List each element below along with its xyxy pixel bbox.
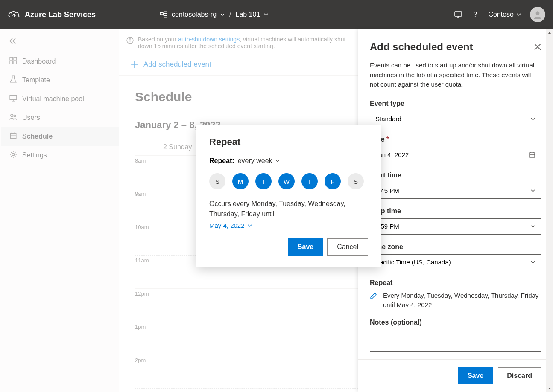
modal-actions: Save Cancel bbox=[209, 238, 368, 256]
stop-time-label: Stop time bbox=[370, 207, 541, 215]
tenant-dropdown[interactable]: Contoso bbox=[488, 11, 521, 18]
chevron-down-icon bbox=[530, 188, 535, 193]
info-bar: Based on your auto-shutdown settings, vi… bbox=[119, 29, 358, 54]
close-icon[interactable] bbox=[534, 44, 541, 50]
notes-textarea[interactable] bbox=[370, 330, 541, 352]
flask-icon bbox=[9, 75, 17, 85]
panel-title: Add scheduled event bbox=[370, 41, 473, 53]
repeat-summary-row: Every Monday, Tuesday, Wednesday, Thursd… bbox=[370, 291, 541, 310]
calendar-time-label: 2pm bbox=[135, 355, 163, 363]
calendar-row: 12pm bbox=[135, 289, 358, 322]
edit-icon[interactable] bbox=[370, 292, 377, 299]
day-toggle-2[interactable]: T bbox=[255, 173, 272, 189]
panel-discard-button[interactable]: Discard bbox=[498, 367, 541, 384]
calendar-icon bbox=[529, 151, 535, 158]
svg-point-14 bbox=[12, 153, 15, 156]
time-zone-label: Time zone bbox=[370, 243, 541, 251]
chevron-down-icon bbox=[530, 260, 535, 265]
date-field[interactable]: Jan 4, 2022 bbox=[370, 147, 541, 163]
sidebar-item-users[interactable]: Users bbox=[0, 108, 119, 127]
svg-rect-6 bbox=[10, 57, 13, 60]
topbar-right: Contoso bbox=[454, 7, 545, 22]
day-toggles: SMTWTFS bbox=[209, 173, 368, 189]
sidebar-item-label: Schedule bbox=[22, 133, 53, 140]
info-text: Based on your auto-shutdown settings, vi… bbox=[138, 36, 346, 49]
repeat-frequency-label: Repeat: bbox=[209, 157, 234, 165]
modal-save-button[interactable]: Save bbox=[288, 238, 323, 256]
gear-icon bbox=[9, 151, 17, 160]
resource-group-icon bbox=[160, 11, 167, 18]
monitor-icon bbox=[9, 94, 17, 104]
sidebar-item-label: Users bbox=[22, 114, 40, 122]
day-toggle-0[interactable]: S bbox=[209, 173, 225, 189]
calendar-time-label: 10am bbox=[135, 222, 163, 230]
chevron-down-icon bbox=[530, 224, 535, 229]
chevron-down-icon bbox=[247, 223, 252, 228]
sidebar-item-virtual-machine-pool[interactable]: Virtual machine pool bbox=[0, 90, 119, 108]
svg-rect-1 bbox=[164, 12, 167, 14]
person-icon bbox=[533, 10, 542, 19]
modal-cancel-button[interactable]: Cancel bbox=[327, 238, 368, 256]
svg-rect-8 bbox=[10, 61, 13, 64]
chevron-down-icon bbox=[530, 116, 535, 122]
repeat-frequency-dropdown[interactable]: every week bbox=[238, 157, 280, 165]
monitor-icon[interactable] bbox=[454, 10, 462, 19]
breadcrumb-resource-group[interactable]: contosolabs-rg bbox=[172, 11, 225, 18]
breadcrumb-lab[interactable]: Lab 101 bbox=[235, 11, 269, 18]
date-label: Date* bbox=[370, 136, 541, 143]
svg-point-11 bbox=[11, 114, 13, 117]
user-avatar[interactable] bbox=[530, 7, 545, 22]
collapse-sidebar-button[interactable] bbox=[0, 36, 119, 52]
calendar-time-label: 8am bbox=[135, 156, 163, 164]
svg-rect-3 bbox=[455, 12, 462, 16]
sidebar-item-label: Settings bbox=[22, 151, 47, 159]
day-toggle-4[interactable]: T bbox=[301, 173, 318, 189]
chevron-down-icon bbox=[516, 12, 521, 17]
panel-body: Events can be used to start up and/or sh… bbox=[358, 61, 553, 359]
brand-title: Azure Lab Services bbox=[25, 10, 96, 19]
time-zone-select[interactable]: Pacific Time (US, Canada) bbox=[370, 254, 541, 270]
calendar-time-label: 12pm bbox=[135, 289, 163, 297]
sidebar-item-schedule[interactable]: Schedule bbox=[0, 127, 119, 146]
calendar-time-label: 9am bbox=[135, 189, 163, 197]
scroll-down-icon[interactable] bbox=[546, 385, 553, 392]
sidebar-item-settings[interactable]: Settings bbox=[0, 146, 119, 165]
event-type-label: Event type bbox=[370, 100, 541, 107]
panel-footer: Save Discard bbox=[358, 359, 553, 392]
svg-rect-17 bbox=[530, 153, 535, 157]
start-time-select[interactable]: 1:45 PM bbox=[370, 183, 541, 199]
stop-time-select[interactable]: 2:59 PM bbox=[370, 218, 541, 235]
modal-title: Repeat bbox=[209, 136, 368, 148]
day-toggle-6[interactable]: S bbox=[348, 173, 364, 189]
scroll-up-icon[interactable] bbox=[546, 29, 553, 36]
svg-rect-7 bbox=[14, 57, 17, 60]
add-event-panel: Add scheduled event Events can be used t… bbox=[358, 29, 553, 392]
event-type-select[interactable]: Standard bbox=[370, 111, 541, 127]
calendar-row: 1pm bbox=[135, 322, 358, 355]
sidebar-items: DashboardTemplateVirtual machine poolUse… bbox=[0, 52, 119, 165]
brand-area: Azure Lab Services bbox=[8, 10, 96, 19]
sidebar-item-template[interactable]: Template bbox=[0, 71, 119, 90]
day-toggle-3[interactable]: W bbox=[278, 173, 295, 189]
day-toggle-5[interactable]: F bbox=[325, 173, 341, 189]
svg-point-5 bbox=[536, 11, 540, 15]
panel-save-button[interactable]: Save bbox=[458, 367, 493, 384]
panel-description: Events can be used to start up and/or sh… bbox=[370, 61, 541, 90]
repeat-frequency-row: Repeat: every week bbox=[209, 157, 368, 165]
add-scheduled-event-button[interactable]: Add scheduled event bbox=[119, 54, 358, 76]
auto-shutdown-link[interactable]: auto-shutdown settings bbox=[178, 36, 240, 43]
breadcrumb-separator: / bbox=[229, 11, 231, 18]
plus-icon bbox=[131, 61, 138, 68]
day-toggle-1[interactable]: M bbox=[232, 173, 249, 189]
schedule-heading: Schedule bbox=[119, 76, 358, 107]
help-icon[interactable] bbox=[471, 10, 480, 19]
repeat-label: Repeat bbox=[370, 279, 541, 287]
calendar-time-label: 1pm bbox=[135, 322, 163, 330]
until-date-link[interactable]: May 4, 2022 bbox=[209, 222, 368, 229]
sidebar-item-label: Dashboard bbox=[22, 58, 56, 65]
start-time-label: Start time bbox=[370, 171, 541, 179]
sidebar-item-dashboard[interactable]: Dashboard bbox=[0, 52, 119, 71]
calendar-row: 2pm bbox=[135, 355, 358, 389]
scrollbar[interactable] bbox=[546, 29, 553, 392]
sidebar: DashboardTemplateVirtual machine poolUse… bbox=[0, 29, 119, 392]
